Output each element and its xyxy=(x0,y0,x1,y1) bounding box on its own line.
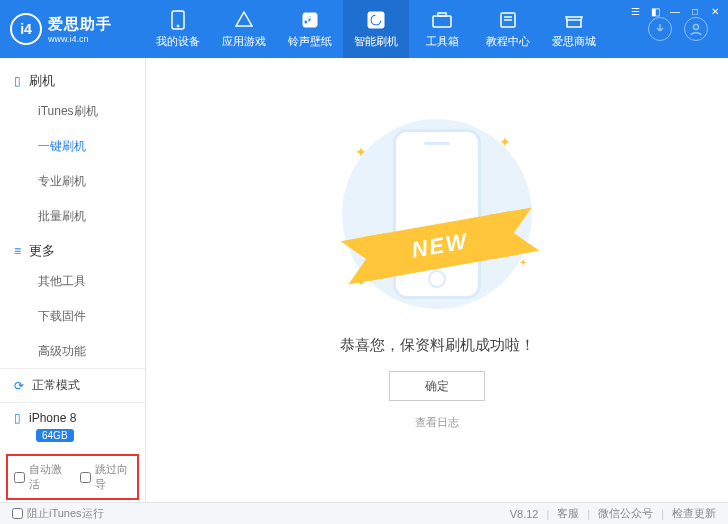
device-name: iPhone 8 xyxy=(29,411,76,425)
auto-activate-checkbox[interactable]: 自动激活 xyxy=(14,462,66,492)
ok-button[interactable]: 确定 xyxy=(389,371,485,401)
toolbox-icon xyxy=(432,10,452,30)
nav-shop[interactable]: 爱思商城 xyxy=(541,0,607,58)
user-button[interactable] xyxy=(684,17,708,41)
sidebar-item-firmware[interactable]: 下载固件 xyxy=(0,299,145,334)
sparkle-icon: ✦ xyxy=(357,277,365,288)
brand-title: 爱思助手 xyxy=(48,15,112,34)
apps-icon xyxy=(234,10,254,30)
minimize-icon[interactable]: — xyxy=(668,4,682,18)
sparkle-icon: ✦ xyxy=(355,144,367,160)
book-icon xyxy=(498,10,518,30)
sidebar-item-batch[interactable]: 批量刷机 xyxy=(0,199,145,234)
phone-small-icon: ▯ xyxy=(14,74,21,88)
footer-link-update[interactable]: 检查更新 xyxy=(672,506,716,521)
nav-label: 教程中心 xyxy=(486,34,530,49)
view-log-link[interactable]: 查看日志 xyxy=(415,415,459,430)
skin-icon[interactable]: ◧ xyxy=(648,4,662,18)
sparkle-icon: ✦ xyxy=(499,134,511,150)
list-icon: ≡ xyxy=(14,244,21,258)
svg-point-9 xyxy=(694,25,699,30)
mode-box[interactable]: ⟳ 正常模式 xyxy=(0,368,145,402)
nav-my-device[interactable]: 我的设备 xyxy=(145,0,211,58)
highlight-options: 自动激活 跳过向导 xyxy=(6,454,139,500)
svg-rect-5 xyxy=(438,13,446,16)
nav-toolbox[interactable]: 工具箱 xyxy=(409,0,475,58)
close-icon[interactable]: ✕ xyxy=(708,4,722,18)
header-right xyxy=(648,17,708,41)
sidebar-group-label: 更多 xyxy=(29,242,55,260)
menu-icon[interactable]: ☰ xyxy=(628,4,642,18)
phone-icon xyxy=(168,10,188,30)
sidebar-item-pro[interactable]: 专业刷机 xyxy=(0,164,145,199)
nav-apps[interactable]: 应用游戏 xyxy=(211,0,277,58)
nav-flash[interactable]: 智能刷机 xyxy=(343,0,409,58)
checkbox-label: 自动激活 xyxy=(29,462,66,492)
nav-label: 工具箱 xyxy=(426,34,459,49)
checkbox-label: 跳过向导 xyxy=(95,462,132,492)
sidebar-group-flash[interactable]: ▯ 刷机 xyxy=(0,64,145,94)
skip-wizard-checkbox[interactable]: 跳过向导 xyxy=(80,462,132,492)
nav-label: 智能刷机 xyxy=(354,34,398,49)
nav-label: 我的设备 xyxy=(156,34,200,49)
success-message: 恭喜您，保资料刷机成功啦！ xyxy=(340,336,535,355)
sidebar-item-other[interactable]: 其他工具 xyxy=(0,264,145,299)
block-itunes-checkbox[interactable]: 阻止iTunes运行 xyxy=(12,506,104,521)
sidebar-item-itunes[interactable]: iTunes刷机 xyxy=(0,94,145,129)
nav-ringtone[interactable]: 铃声壁纸 xyxy=(277,0,343,58)
separator: | xyxy=(546,508,549,520)
footer-link-support[interactable]: 客服 xyxy=(557,506,579,521)
separator: | xyxy=(661,508,664,520)
sidebar: ▯ 刷机 iTunes刷机 一键刷机 专业刷机 批量刷机 ≡ 更多 其他工具 下… xyxy=(0,58,146,502)
footer: 阻止iTunes运行 V8.12 | 客服 | 微信公众号 | 检查更新 xyxy=(0,502,728,524)
mode-label: 正常模式 xyxy=(32,377,80,394)
success-illustration: ✦ ✦ ✦ ✦ NEW xyxy=(327,114,547,314)
main-content: ✦ ✦ ✦ ✦ NEW 恭喜您，保资料刷机成功啦！ 确定 查看日志 xyxy=(146,58,728,502)
download-button[interactable] xyxy=(648,17,672,41)
nav-tutorial[interactable]: 教程中心 xyxy=(475,0,541,58)
separator: | xyxy=(587,508,590,520)
device-box[interactable]: ▯ iPhone 8 64GB xyxy=(0,402,145,450)
checkbox-label: 阻止iTunes运行 xyxy=(27,506,104,521)
sidebar-group-label: 刷机 xyxy=(29,72,55,90)
sidebar-item-advanced[interactable]: 高级功能 xyxy=(0,334,145,368)
header: i4 爱思助手 www.i4.cn 我的设备 应用游戏 铃声壁纸 智能刷机 工具… xyxy=(0,0,728,58)
logo-area: i4 爱思助手 www.i4.cn xyxy=(10,13,145,45)
top-nav: 我的设备 应用游戏 铃声壁纸 智能刷机 工具箱 教程中心 爱思商城 xyxy=(145,0,607,58)
flash-icon xyxy=(366,10,386,30)
storage-badge: 64GB xyxy=(36,429,74,442)
refresh-icon: ⟳ xyxy=(14,379,24,393)
maximize-icon[interactable]: □ xyxy=(688,4,702,18)
sidebar-group-more[interactable]: ≡ 更多 xyxy=(0,234,145,264)
logo-icon: i4 xyxy=(10,13,42,45)
svg-rect-4 xyxy=(433,16,451,27)
nav-label: 应用游戏 xyxy=(222,34,266,49)
nav-label: 铃声壁纸 xyxy=(288,34,332,49)
version-label: V8.12 xyxy=(510,508,539,520)
svg-point-1 xyxy=(177,25,179,27)
sidebar-item-oneclick[interactable]: 一键刷机 xyxy=(0,129,145,164)
nav-label: 爱思商城 xyxy=(552,34,596,49)
window-controls: ☰ ◧ — □ ✕ xyxy=(628,4,722,18)
device-icon: ▯ xyxy=(14,411,21,425)
brand-sub: www.i4.cn xyxy=(48,34,112,44)
note-icon xyxy=(300,10,320,30)
sparkle-icon: ✦ xyxy=(519,257,527,268)
shop-icon xyxy=(564,10,584,30)
footer-link-wechat[interactable]: 微信公众号 xyxy=(598,506,653,521)
